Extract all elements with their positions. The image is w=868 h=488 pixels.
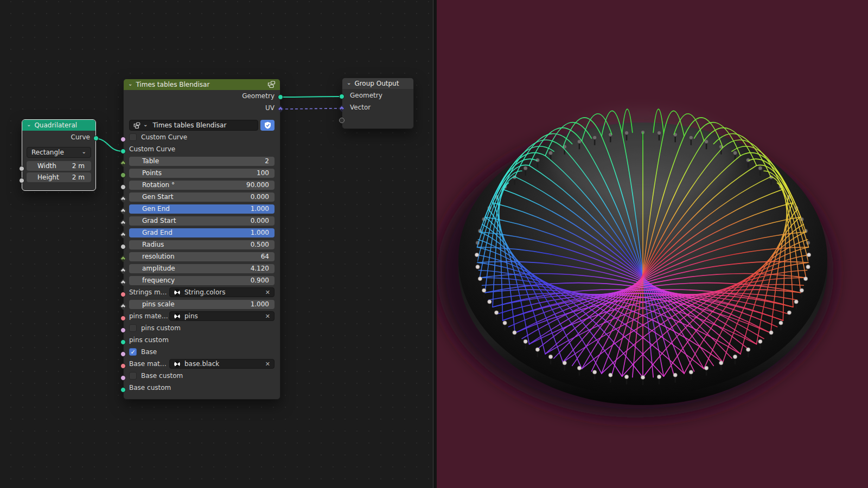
material-field[interactable]: String.colors✕ — [169, 287, 275, 297]
checkbox-row-base-custom: Base custom — [124, 370, 280, 382]
slider-value: 100 — [257, 169, 269, 177]
nodetree-name-text[interactable]: Times tables Blendisar — [152, 121, 226, 129]
plain-row-pins-custom: pins custom — [124, 334, 280, 346]
node-group-icon — [267, 81, 276, 88]
string-art-render — [437, 0, 868, 488]
slider-value: 64 — [261, 253, 269, 260]
material-name: base.black — [184, 360, 219, 368]
node-group-icon — [133, 122, 141, 129]
value-slider[interactable]: resolution64 — [129, 252, 275, 261]
checkbox-unchecked[interactable] — [129, 324, 137, 332]
socket-in-base-custom[interactable] — [120, 375, 126, 381]
value-slider[interactable]: Rotation °90.000 — [129, 181, 275, 190]
shield-check-icon — [264, 121, 271, 129]
slider-label: Gen Start — [142, 193, 251, 201]
plain-row-custom-curve: Custom Curve — [124, 143, 280, 155]
input-label-vector: Vector — [350, 104, 371, 111]
node-quadrilateral-header[interactable]: ⌄ Quadrilateral — [22, 120, 95, 131]
slider-row-rotation-: Rotation °90.000 — [124, 179, 280, 191]
node-title: Group Output — [354, 80, 399, 87]
browse-chevron-icon[interactable]: ⌄ — [143, 122, 148, 127]
node-editor-canvas[interactable]: ⌄ Quadrilateral Curve Rectangle ⌄ Width … — [0, 0, 433, 488]
unlink-x-icon[interactable]: ✕ — [265, 361, 270, 368]
socket-in-base-custom[interactable] — [120, 387, 126, 393]
socket-in-rotation-[interactable] — [120, 184, 126, 190]
socket-in-base-mater-[interactable] — [120, 363, 126, 369]
width-field-label: Width — [37, 162, 72, 170]
input-label-geometry: Geometry — [350, 92, 382, 99]
plain-row-base-custom: Base custom — [124, 382, 280, 394]
value-slider[interactable]: Gen End1.000 — [129, 204, 275, 214]
value-slider[interactable]: frequency0.900 — [129, 276, 275, 285]
checkbox-unchecked[interactable] — [129, 133, 137, 141]
value-slider[interactable]: Radius0.500 — [129, 240, 275, 249]
collapse-chevron-icon[interactable]: ⌄ — [347, 80, 351, 86]
slider-value: 0.500 — [251, 241, 269, 248]
socket-in-strings-mat-[interactable] — [120, 292, 126, 297]
socket-in-pins-custom[interactable] — [120, 339, 126, 345]
nodetree-name-field[interactable]: ⌄ Times tables Blendisar — [129, 120, 258, 131]
socket-in-height[interactable] — [19, 178, 24, 183]
node-name-row: ⌄ Times tables Blendisar — [124, 119, 280, 131]
output-label-curve: Curve — [71, 133, 90, 141]
socket-in-custom-curve[interactable] — [120, 149, 126, 154]
node-group-output-header[interactable]: ⌄ Group Output — [342, 78, 413, 89]
viewport-3d[interactable] — [437, 0, 868, 488]
socket-out-geometry[interactable] — [278, 94, 283, 100]
node-title: Quadrilateral — [34, 121, 77, 129]
node-times-tables-blendisar[interactable]: ⌄ Times tables Blendisar GeometryUV — [123, 79, 280, 400]
socket-in-geometry[interactable] — [339, 94, 344, 99]
value-slider[interactable]: Gen Start0.000 — [129, 192, 275, 202]
material-field[interactable]: base.black✕ — [169, 359, 275, 369]
slider-row-gen-end: Gen End1.000 — [124, 203, 280, 215]
collapse-chevron-icon[interactable]: ⌄ — [27, 122, 31, 127]
slider-value: 1.000 — [251, 300, 269, 308]
slider-label: resolution — [142, 253, 261, 260]
value-slider[interactable]: Table2 — [129, 157, 275, 166]
socket-in-radius[interactable] — [120, 244, 126, 249]
slider-label: pins scale — [142, 300, 251, 308]
slider-label: Table — [142, 157, 265, 165]
slider-label: amplitude — [142, 265, 251, 272]
material-field[interactable]: pins✕ — [169, 311, 275, 321]
socket-in-custom-curve[interactable] — [120, 137, 126, 142]
node-quadrilateral[interactable]: ⌄ Quadrilateral Curve Rectangle ⌄ Width … — [22, 119, 96, 191]
slider-row-points: Points100 — [124, 167, 280, 179]
value-slider[interactable]: Grad Start0.000 — [129, 216, 275, 226]
node-main-header[interactable]: ⌄ Times tables Blendisar — [124, 79, 280, 90]
value-slider[interactable]: Grad End1.000 — [129, 228, 275, 237]
collapse-chevron-icon[interactable]: ⌄ — [128, 81, 132, 87]
socket-in-pins-custom[interactable] — [120, 328, 126, 333]
slider-value: 90.000 — [246, 181, 269, 189]
socket-in-points[interactable] — [120, 172, 126, 178]
value-slider[interactable]: Points100 — [129, 169, 275, 178]
socket-label: pins custom — [129, 336, 169, 344]
socket-in-virtual[interactable] — [339, 118, 344, 123]
unlink-x-icon[interactable]: ✕ — [265, 289, 270, 296]
material-row-pins-materi-: pins materi...pins✕ — [124, 310, 280, 322]
mode-dropdown[interactable]: Rectangle ⌄ — [27, 147, 91, 158]
value-slider[interactable]: amplitude4.120 — [129, 264, 275, 273]
fake-user-shield-button[interactable] — [260, 120, 275, 131]
socket-in-pins-materi-[interactable] — [120, 316, 126, 321]
material-sphere-icon — [174, 289, 181, 296]
slider-value: 2 — [265, 157, 269, 165]
node-group-output[interactable]: ⌄ Group Output Geometry Vector — [342, 78, 414, 129]
checkbox-checked[interactable]: ✓ — [129, 348, 137, 356]
slider-label: Grad Start — [142, 217, 251, 224]
slider-value: 4.120 — [251, 265, 269, 272]
socket-in-width[interactable] — [19, 166, 24, 171]
socket-in-base[interactable] — [120, 351, 126, 357]
checkbox-row-base: ✓Base — [124, 346, 280, 358]
width-field[interactable]: Width 2 m — [27, 161, 91, 171]
value-slider[interactable]: pins scale1.000 — [129, 300, 275, 309]
slider-row-gen-start: Gen Start0.000 — [124, 191, 280, 203]
height-field-label: Height — [37, 174, 72, 181]
unlink-x-icon[interactable]: ✕ — [265, 313, 270, 320]
slider-value: 1.000 — [251, 229, 269, 236]
slider-row-radius: Radius0.500 — [124, 239, 280, 251]
height-field[interactable]: Height 2 m — [27, 172, 91, 182]
checkbox-unchecked[interactable] — [129, 372, 137, 380]
socket-out-curve[interactable] — [93, 136, 99, 141]
editor-divider[interactable] — [433, 0, 437, 488]
